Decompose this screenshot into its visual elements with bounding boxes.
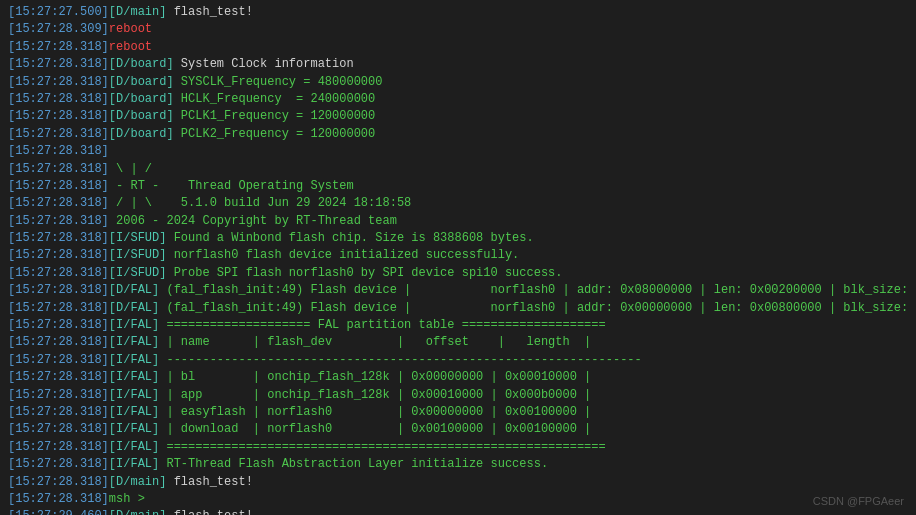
- timestamp: [15:27:28.318]: [8, 335, 109, 349]
- tag: [D/main]: [109, 5, 167, 19]
- tag: [I/SFUD]: [109, 266, 167, 280]
- terminal-line: [15:27:28.318][I/SFUD] Found a Winbond f…: [8, 230, 908, 247]
- terminal-line: [15:27:27.500][D/main] flash_test!: [8, 4, 908, 21]
- timestamp: [15:27:28.318]: [8, 40, 109, 54]
- tag: [I/FAL]: [109, 388, 159, 402]
- timestamp: [15:27:28.318]: [8, 214, 109, 228]
- terminal-line: [15:27:28.318]msh >: [8, 491, 908, 508]
- tag: [I/FAL]: [109, 335, 159, 349]
- timestamp: [15:27:28.318]: [8, 109, 109, 123]
- terminal-line: [15:27:28.318][D/main] flash_test!: [8, 474, 908, 491]
- timestamp: [15:27:28.318]: [8, 248, 109, 262]
- message: RT-Thread Flash Abstraction Layer initia…: [159, 457, 548, 471]
- message: ========================================…: [159, 440, 605, 454]
- message: | name | flash_dev | offset | length |: [159, 335, 591, 349]
- terminal-line: [15:27:28.318][D/board] HCLK_Frequency =…: [8, 91, 908, 108]
- timestamp: [15:27:28.309]: [8, 22, 109, 36]
- message: | download | norflash0 | 0x00100000 | 0x…: [159, 422, 591, 436]
- message: \ | /: [109, 162, 152, 176]
- terminal-line: [15:27:28.318][D/FAL] (fal_flash_init:49…: [8, 282, 908, 299]
- message: (fal_flash_init:49) Flash device | norfl…: [159, 301, 916, 315]
- tag: [D/board]: [109, 92, 174, 106]
- timestamp: [15:27:28.318]: [8, 127, 109, 141]
- message: System Clock information: [174, 57, 354, 71]
- terminal-line: [15:27:28.318][I/FAL] ==================…: [8, 317, 908, 334]
- terminal-line: [15:27:28.318][D/board] PCLK2_Frequency …: [8, 126, 908, 143]
- timestamp: [15:27:28.318]: [8, 422, 109, 436]
- terminal-line: [15:27:28.318] \ | /: [8, 161, 908, 178]
- message: | easyflash | norflash0 | 0x00000000 | 0…: [159, 405, 591, 419]
- message: PCLK2_Frequency = 120000000: [174, 127, 376, 141]
- message: Probe SPI flash norflash0 by SPI device …: [166, 266, 562, 280]
- tag: [D/main]: [109, 475, 167, 489]
- tag: [I/FAL]: [109, 370, 159, 384]
- tag: [D/FAL]: [109, 283, 159, 297]
- timestamp: [15:27:28.318]: [8, 231, 109, 245]
- terminal-line: [15:27:28.318] - RT - Thread Operating S…: [8, 178, 908, 195]
- timestamp: [15:27:28.318]: [8, 370, 109, 384]
- terminal-line: [15:27:28.318][D/board] PCLK1_Frequency …: [8, 108, 908, 125]
- terminal-line: [15:27:28.318] 2006 - 2024 Copyright by …: [8, 213, 908, 230]
- timestamp: [15:27:28.318]: [8, 92, 109, 106]
- timestamp: [15:27:28.318]: [8, 179, 109, 193]
- terminal-line: [15:27:28.318][I/FAL] | app | onchip_fla…: [8, 387, 908, 404]
- terminal-line: [15:27:28.318] / | \ 5.1.0 build Jun 29 …: [8, 195, 908, 212]
- watermark: CSDN @FPGAeer: [813, 495, 904, 507]
- message: flash_test!: [166, 5, 252, 19]
- terminal-line: [15:27:28.318][I/FAL] | easyflash | norf…: [8, 404, 908, 421]
- timestamp: [15:27:28.318]: [8, 318, 109, 332]
- timestamp: [15:27:28.318]: [8, 283, 109, 297]
- tag: msh >: [109, 492, 145, 506]
- terminal-line: [15:27:28.318][I/SFUD] Probe SPI flash n…: [8, 265, 908, 282]
- tag: reboot: [109, 22, 152, 36]
- terminal-line: [15:27:28.309]reboot: [8, 21, 908, 38]
- tag: reboot: [109, 40, 152, 54]
- timestamp: [15:27:28.318]: [8, 492, 109, 506]
- tag: [I/FAL]: [109, 440, 159, 454]
- terminal-line: [15:27:28.318][I/FAL] | name | flash_dev…: [8, 334, 908, 351]
- message: SYSCLK_Frequency = 480000000: [174, 75, 383, 89]
- tag: [D/board]: [109, 75, 174, 89]
- tag: [D/FAL]: [109, 301, 159, 315]
- message: - RT - Thread Operating System: [109, 179, 354, 193]
- terminal-line: [15:27:28.318]reboot: [8, 39, 908, 56]
- message: (fal_flash_init:49) Flash device | norfl…: [159, 283, 916, 297]
- terminal-line: [15:27:28.318][D/board] SYSCLK_Frequency…: [8, 74, 908, 91]
- terminal-line: [15:27:28.318]: [8, 143, 908, 160]
- terminal-line: [15:27:28.318][I/FAL] RT-Thread Flash Ab…: [8, 456, 908, 473]
- tag: [I/SFUD]: [109, 231, 167, 245]
- tag: [I/FAL]: [109, 405, 159, 419]
- terminal-line: [15:27:28.318][I/FAL] | download | norfl…: [8, 421, 908, 438]
- tag: [D/board]: [109, 109, 174, 123]
- timestamp: [15:27:28.318]: [8, 57, 109, 71]
- timestamp: [15:27:28.318]: [8, 162, 109, 176]
- terminal-window: [15:27:27.500][D/main] flash_test![15:27…: [0, 0, 916, 515]
- message: norflash0 flash device initialized succe…: [166, 248, 519, 262]
- message: / | \ 5.1.0 build Jun 29 2024 18:18:58: [109, 196, 411, 210]
- tag: [I/FAL]: [109, 353, 159, 367]
- terminal-line: [15:27:28.318][I/FAL] | bl | onchip_flas…: [8, 369, 908, 386]
- message: | bl | onchip_flash_128k | 0x00000000 | …: [159, 370, 591, 384]
- timestamp: [15:27:28.318]: [8, 353, 109, 367]
- terminal-line: [15:27:29.460][D/main] flash_test!: [8, 508, 908, 515]
- terminal-line: [15:27:28.318][D/FAL] (fal_flash_init:49…: [8, 300, 908, 317]
- message: flash_test!: [166, 509, 252, 515]
- tag: [D/board]: [109, 127, 174, 141]
- message: ==================== FAL partition table…: [159, 318, 605, 332]
- terminal-line: [15:27:28.318][D/board] System Clock inf…: [8, 56, 908, 73]
- tag: [I/FAL]: [109, 457, 159, 471]
- terminal-line: [15:27:28.318][I/FAL] ==================…: [8, 439, 908, 456]
- timestamp: [15:27:28.318]: [8, 475, 109, 489]
- timestamp: [15:27:28.318]: [8, 196, 109, 210]
- timestamp: [15:27:29.460]: [8, 509, 109, 515]
- message: HCLK_Frequency = 240000000: [174, 92, 376, 106]
- message: 2006 - 2024 Copyright by RT-Thread team: [109, 214, 397, 228]
- timestamp: [15:27:28.318]: [8, 144, 109, 158]
- timestamp: [15:27:28.318]: [8, 75, 109, 89]
- message: Found a Winbond flash chip. Size is 8388…: [166, 231, 533, 245]
- timestamp: [15:27:28.318]: [8, 457, 109, 471]
- tag: [D/main]: [109, 509, 167, 515]
- message: | app | onchip_flash_128k | 0x00010000 |…: [159, 388, 591, 402]
- timestamp: [15:27:28.318]: [8, 405, 109, 419]
- terminal-line: [15:27:28.318][I/FAL] ------------------…: [8, 352, 908, 369]
